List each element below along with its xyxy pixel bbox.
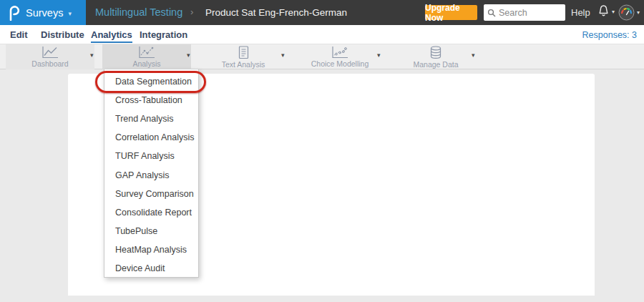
tab-text-analysis[interactable]: Text Analysis: [201, 44, 286, 69]
nav-item-distribute[interactable]: Distribute: [41, 29, 84, 40]
menu-item-heatmap-analysis[interactable]: HeatMap Analysis: [104, 240, 198, 259]
tab-analysis[interactable]: Analysis: [102, 44, 191, 69]
responses-count[interactable]: Responses: 3: [582, 30, 637, 40]
tab-label: Text Analysis: [222, 60, 265, 69]
tab-dashboard[interactable]: Dashboard: [6, 44, 94, 69]
line-chart-icon: [42, 46, 59, 59]
breadcrumb-folder[interactable]: Multilingual Testing: [95, 6, 182, 18]
upgrade-now-button[interactable]: Upgrade Now: [425, 5, 477, 20]
tab-label: Manage Data: [413, 60, 458, 69]
account-menu-button[interactable]: ▾: [618, 4, 640, 21]
tab-manage-data[interactable]: Manage Data: [392, 44, 479, 69]
tab-label: Dashboard: [31, 59, 68, 68]
global-search[interactable]: [484, 4, 565, 21]
chevron-down-icon: ▾: [637, 9, 640, 16]
text-analysis-dropdown-caret[interactable]: ▾: [281, 52, 285, 59]
trend-chart-icon: [138, 46, 155, 59]
search-input[interactable]: [499, 8, 559, 18]
menu-item-trend-analysis[interactable]: Trend Analysis: [104, 109, 198, 128]
tab-label: Choice Modelling: [311, 59, 369, 68]
nav-item-integration[interactable]: Integration: [140, 29, 187, 40]
menu-item-consolidate-report[interactable]: Consolidate Report: [104, 203, 198, 222]
menu-item-device-audit[interactable]: Device Audit: [104, 259, 198, 278]
help-link[interactable]: Help: [571, 7, 590, 18]
nav-item-analytics[interactable]: Analytics: [91, 29, 132, 43]
menu-item-turf-analysis[interactable]: TURF Analysis: [104, 147, 198, 165]
scatter-chart-icon: [331, 46, 348, 59]
menu-item-cross-tabulation[interactable]: Cross-Tabulation: [104, 91, 198, 109]
questionpro-logo-icon: [8, 5, 20, 21]
page-title: Product Sat Eng-French-German: [205, 7, 347, 18]
bell-icon: [597, 4, 610, 19]
app-window: Surveys ▾ Multilingual Testing › Product…: [0, 0, 644, 302]
analysis-dropdown-menu: Data Segmentation Cross-Tabulation Trend…: [104, 69, 199, 278]
database-icon: [429, 46, 442, 59]
chevron-down-icon: ▾: [68, 10, 72, 17]
nav-item-edit[interactable]: Edit: [10, 29, 28, 40]
choice-modelling-dropdown-caret[interactable]: ▾: [377, 52, 381, 59]
tab-label: Analysis: [132, 59, 160, 68]
menu-item-gap-analysis[interactable]: GAP Analysis: [104, 165, 198, 184]
manage-data-dropdown-caret[interactable]: ▾: [472, 52, 475, 59]
menu-item-correlation-analysis[interactable]: Correlation Analysis: [104, 128, 198, 147]
avatar: [618, 4, 635, 21]
analysis-dropdown-caret[interactable]: ▾: [187, 52, 190, 59]
document-icon: [237, 46, 250, 59]
menu-item-survey-comparison[interactable]: Survey Comparison: [104, 185, 198, 203]
notifications-button[interactable]: ▾: [597, 4, 615, 19]
app-name: Surveys: [26, 7, 63, 19]
surveys-product-switcher[interactable]: Surveys ▾: [0, 0, 86, 25]
search-icon: [487, 9, 496, 17]
menu-item-data-segmentation[interactable]: Data Segmentation: [104, 72, 198, 91]
menu-item-tubepulse[interactable]: TubePulse: [104, 222, 198, 240]
breadcrumb-separator: ›: [190, 6, 193, 17]
tab-choice-modelling[interactable]: Choice Modelling: [296, 44, 384, 69]
dashboard-dropdown-caret[interactable]: ▾: [90, 52, 94, 59]
chevron-down-icon: ▾: [612, 9, 615, 15]
